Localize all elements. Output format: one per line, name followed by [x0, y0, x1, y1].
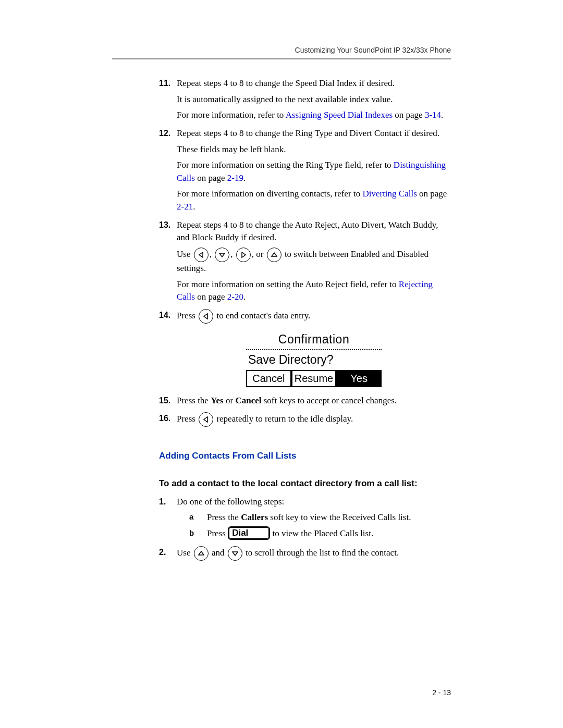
paragraph: For more information, refer to Assigning… [177, 109, 451, 122]
paragraph: For more information on diverting contac… [177, 188, 451, 213]
paragraph: Repeat steps 4 to 8 to change the Ring T… [177, 127, 451, 140]
step-number: 1. [159, 496, 166, 508]
link-page-3-14[interactable]: 3-14 [425, 110, 441, 120]
svg-marker-3 [272, 253, 277, 256]
paragraph: Press repeatedly to return to the idle d… [177, 412, 451, 427]
link-page-2-21[interactable]: 2-21 [177, 202, 193, 212]
procedure-heading: To add a contact to the local contact di… [159, 477, 451, 490]
link-page-2-19[interactable]: 2-19 [227, 173, 243, 183]
paragraph: Press the Yes or Cancel soft keys to acc… [177, 394, 451, 408]
page-number: 2 - 13 [432, 688, 451, 697]
step-number: 15. [159, 394, 170, 406]
softkey-name-cancel: Cancel [235, 396, 261, 405]
svg-marker-0 [199, 252, 203, 257]
screen-title: Confirmation [246, 331, 382, 350]
paragraph: Repeat steps 4 to 8 to change the Speed … [177, 77, 451, 90]
step-16: 16. Press repeatedly to return to the id… [159, 412, 451, 427]
running-header: Customizing Your SoundPoint IP 32x/33x P… [112, 46, 451, 54]
left-arrow-icon [199, 309, 213, 324]
step-13: 13. Repeat steps 4 to 8 to change the Au… [159, 219, 451, 304]
substep-letter: a [189, 511, 193, 523]
paragraph: Repeat steps 4 to 8 to change the Auto R… [177, 219, 451, 244]
softkey-resume: Resume [291, 370, 337, 387]
step-15: 15. Press the Yes or Cancel soft keys to… [159, 394, 451, 408]
svg-marker-1 [219, 253, 225, 257]
svg-marker-4 [204, 314, 207, 319]
paragraph: It is automatically assigned to the next… [177, 93, 451, 106]
left-arrow-icon [199, 412, 213, 427]
substep-letter: b [189, 527, 194, 539]
step-1: 1. Do one of the following steps: a Pres… [159, 496, 451, 541]
link-assigning-speed-dial[interactable]: Assigning Speed Dial Indexes [286, 110, 393, 120]
softkey-yes: Yes [336, 370, 382, 387]
step-number: 16. [159, 412, 170, 424]
svg-marker-6 [199, 551, 204, 555]
step-number: 12. [159, 127, 170, 139]
step-12: 12. Repeat steps 4 to 8 to change the Ri… [159, 127, 451, 214]
down-arrow-icon [228, 546, 242, 561]
softkey-name-callers: Callers [241, 512, 268, 522]
header-rule [112, 58, 451, 59]
section-heading: Adding Contacts From Call Lists [159, 450, 451, 463]
up-arrow-icon [267, 248, 282, 262]
step-11: 11. Repeat steps 4 to 8 to change the Sp… [159, 77, 451, 122]
body-content: 11. Repeat steps 4 to 8 to change the Sp… [112, 77, 451, 561]
svg-marker-7 [232, 552, 238, 556]
paragraph: Press to end contact's data entry. [177, 309, 451, 324]
link-page-2-20[interactable]: 2-20 [227, 292, 243, 302]
softkey-cancel: Cancel [246, 370, 291, 387]
paragraph: Do one of the following steps: [177, 496, 451, 509]
paragraph: Use , , , or to switch between Enabled a… [177, 248, 451, 275]
step-number: 11. [159, 77, 170, 89]
substep-a: a Press the Callers soft key to view the… [189, 511, 451, 524]
phone-screen-illustration: Confirmation Save Directory? Cancel Resu… [246, 331, 382, 387]
step-14: 14. Press to end contact's data entry. C… [159, 309, 451, 387]
softkey-name-yes: Yes [211, 396, 224, 405]
screen-prompt: Save Directory? [246, 350, 382, 369]
paragraph: For more information on setting the Auto… [177, 278, 451, 304]
svg-marker-2 [242, 252, 246, 257]
step-2: 2. Use and to scroll through the list to… [159, 546, 451, 561]
up-arrow-icon [194, 546, 209, 561]
screen-softkeys: Cancel Resume Yes [246, 370, 382, 387]
link-diverting-calls[interactable]: Diverting Calls [362, 189, 417, 199]
substep-b: b Press Dial to view the Placed Calls li… [189, 527, 451, 541]
step-number: 2. [159, 546, 166, 558]
dial-key-icon: Dial [228, 526, 270, 540]
paragraph: These fields may be left blank. [177, 143, 451, 156]
step-number: 14. [159, 309, 170, 321]
down-arrow-icon [215, 248, 229, 262]
right-arrow-icon [236, 248, 251, 262]
svg-marker-5 [204, 417, 207, 422]
paragraph: For more information on setting the Ring… [177, 159, 451, 184]
paragraph: Use and to scroll through the list to fi… [177, 546, 451, 561]
step-number: 13. [159, 219, 170, 231]
left-arrow-icon [194, 248, 209, 262]
